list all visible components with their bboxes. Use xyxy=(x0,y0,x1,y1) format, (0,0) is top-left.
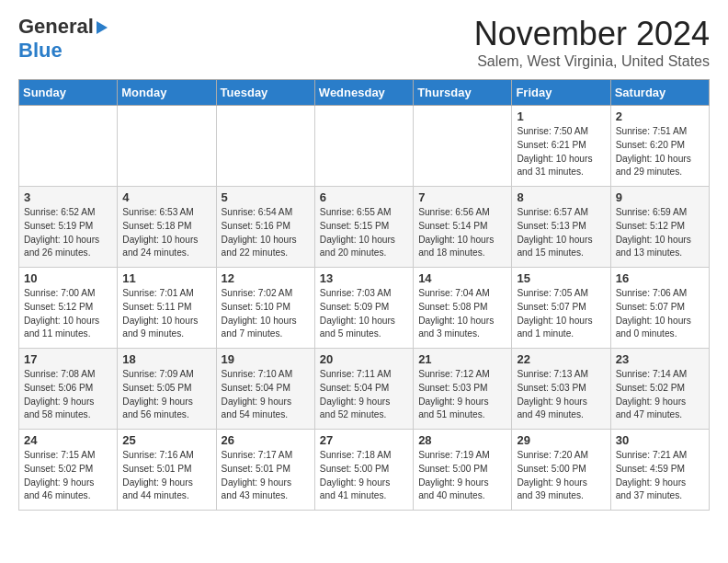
day-cell: 6Sunrise: 6:55 AM Sunset: 5:15 PM Daylig… xyxy=(314,187,413,268)
day-cell: 5Sunrise: 6:54 AM Sunset: 5:16 PM Daylig… xyxy=(216,187,314,268)
day-number: 13 xyxy=(320,271,408,285)
day-cell: 17Sunrise: 7:08 AM Sunset: 5:06 PM Dayli… xyxy=(19,349,118,430)
day-cell: 20Sunrise: 7:11 AM Sunset: 5:04 PM Dayli… xyxy=(314,349,413,430)
day-info: Sunrise: 6:53 AM Sunset: 5:18 PM Dayligh… xyxy=(122,206,210,260)
day-cell: 19Sunrise: 7:10 AM Sunset: 5:04 PM Dayli… xyxy=(216,349,314,430)
day-number: 4 xyxy=(122,190,210,204)
day-number: 21 xyxy=(418,352,506,366)
day-number: 20 xyxy=(320,352,408,366)
day-cell: 28Sunrise: 7:19 AM Sunset: 5:00 PM Dayli… xyxy=(414,430,512,511)
week-row-2: 3Sunrise: 6:52 AM Sunset: 5:19 PM Daylig… xyxy=(19,187,710,268)
day-cell: 1Sunrise: 7:50 AM Sunset: 6:21 PM Daylig… xyxy=(512,106,610,187)
day-info: Sunrise: 7:18 AM Sunset: 5:00 PM Dayligh… xyxy=(320,449,408,503)
day-number: 17 xyxy=(24,352,112,366)
day-info: Sunrise: 7:09 AM Sunset: 5:05 PM Dayligh… xyxy=(122,368,210,422)
day-info: Sunrise: 7:17 AM Sunset: 5:01 PM Dayligh… xyxy=(222,449,310,503)
day-number: 16 xyxy=(616,271,704,285)
calendar-table: SundayMondayTuesdayWednesdayThursdayFrid… xyxy=(18,79,710,511)
day-info: Sunrise: 7:03 AM Sunset: 5:09 PM Dayligh… xyxy=(320,287,408,341)
day-info: Sunrise: 7:13 AM Sunset: 5:03 PM Dayligh… xyxy=(517,368,605,422)
day-number: 5 xyxy=(222,190,310,204)
day-cell: 8Sunrise: 6:57 AM Sunset: 5:13 PM Daylig… xyxy=(512,187,610,268)
header: General Blue November 2024 Salem, West V… xyxy=(18,15,710,70)
weekday-header-tuesday: Tuesday xyxy=(216,80,314,106)
day-number: 25 xyxy=(122,433,210,447)
day-cell: 30Sunrise: 7:21 AM Sunset: 4:59 PM Dayli… xyxy=(610,430,709,511)
day-info: Sunrise: 6:59 AM Sunset: 5:12 PM Dayligh… xyxy=(616,206,704,260)
weekday-header-monday: Monday xyxy=(118,80,216,106)
week-row-1: 1Sunrise: 7:50 AM Sunset: 6:21 PM Daylig… xyxy=(19,106,710,187)
day-cell: 3Sunrise: 6:52 AM Sunset: 5:19 PM Daylig… xyxy=(19,187,118,268)
day-number: 3 xyxy=(24,190,112,204)
day-info: Sunrise: 7:21 AM Sunset: 4:59 PM Dayligh… xyxy=(616,449,704,503)
day-number: 11 xyxy=(122,271,210,285)
day-cell: 29Sunrise: 7:20 AM Sunset: 5:00 PM Dayli… xyxy=(512,430,610,511)
day-info: Sunrise: 7:50 AM Sunset: 6:21 PM Dayligh… xyxy=(517,125,605,179)
day-number: 19 xyxy=(222,352,310,366)
day-number: 15 xyxy=(517,271,605,285)
location-title: Salem, West Virginia, United States xyxy=(474,53,710,70)
week-row-3: 10Sunrise: 7:00 AM Sunset: 5:12 PM Dayli… xyxy=(19,268,710,349)
logo-general: General xyxy=(18,15,94,39)
day-cell: 10Sunrise: 7:00 AM Sunset: 5:12 PM Dayli… xyxy=(19,268,118,349)
day-cell: 16Sunrise: 7:06 AM Sunset: 5:07 PM Dayli… xyxy=(610,268,709,349)
logo-arrow-icon xyxy=(97,21,108,34)
day-number: 23 xyxy=(616,352,704,366)
weekday-header-thursday: Thursday xyxy=(414,80,512,106)
day-info: Sunrise: 7:06 AM Sunset: 5:07 PM Dayligh… xyxy=(616,287,704,341)
day-number: 9 xyxy=(616,190,704,204)
day-info: Sunrise: 7:19 AM Sunset: 5:00 PM Dayligh… xyxy=(418,449,506,503)
day-number: 2 xyxy=(616,109,704,123)
day-cell: 11Sunrise: 7:01 AM Sunset: 5:11 PM Dayli… xyxy=(118,268,216,349)
day-info: Sunrise: 7:01 AM Sunset: 5:11 PM Dayligh… xyxy=(122,287,210,341)
weekday-header-row: SundayMondayTuesdayWednesdayThursdayFrid… xyxy=(19,80,710,106)
day-info: Sunrise: 7:51 AM Sunset: 6:20 PM Dayligh… xyxy=(616,125,704,179)
day-cell: 9Sunrise: 6:59 AM Sunset: 5:12 PM Daylig… xyxy=(610,187,709,268)
day-number: 7 xyxy=(418,190,506,204)
day-number: 14 xyxy=(418,271,506,285)
day-number: 30 xyxy=(616,433,704,447)
day-info: Sunrise: 6:54 AM Sunset: 5:16 PM Dayligh… xyxy=(222,206,310,260)
logo: General Blue xyxy=(18,15,108,63)
page: General Blue November 2024 Salem, West V… xyxy=(0,0,728,525)
day-cell: 21Sunrise: 7:12 AM Sunset: 5:03 PM Dayli… xyxy=(414,349,512,430)
day-info: Sunrise: 7:10 AM Sunset: 5:04 PM Dayligh… xyxy=(222,368,310,422)
day-cell: 27Sunrise: 7:18 AM Sunset: 5:00 PM Dayli… xyxy=(314,430,413,511)
month-title: November 2024 xyxy=(474,15,710,53)
day-info: Sunrise: 6:55 AM Sunset: 5:15 PM Dayligh… xyxy=(320,206,408,260)
day-info: Sunrise: 7:05 AM Sunset: 5:07 PM Dayligh… xyxy=(517,287,605,341)
day-number: 27 xyxy=(320,433,408,447)
week-row-5: 24Sunrise: 7:15 AM Sunset: 5:02 PM Dayli… xyxy=(19,430,710,511)
day-cell: 18Sunrise: 7:09 AM Sunset: 5:05 PM Dayli… xyxy=(118,349,216,430)
day-info: Sunrise: 7:12 AM Sunset: 5:03 PM Dayligh… xyxy=(418,368,506,422)
day-info: Sunrise: 7:20 AM Sunset: 5:00 PM Dayligh… xyxy=(517,449,605,503)
day-cell xyxy=(414,106,512,187)
day-info: Sunrise: 7:15 AM Sunset: 5:02 PM Dayligh… xyxy=(24,449,112,503)
day-cell: 14Sunrise: 7:04 AM Sunset: 5:08 PM Dayli… xyxy=(414,268,512,349)
day-info: Sunrise: 7:02 AM Sunset: 5:10 PM Dayligh… xyxy=(222,287,310,341)
day-cell: 25Sunrise: 7:16 AM Sunset: 5:01 PM Dayli… xyxy=(118,430,216,511)
day-info: Sunrise: 7:04 AM Sunset: 5:08 PM Dayligh… xyxy=(418,287,506,341)
day-cell xyxy=(314,106,413,187)
day-number: 12 xyxy=(222,271,310,285)
day-cell: 26Sunrise: 7:17 AM Sunset: 5:01 PM Dayli… xyxy=(216,430,314,511)
day-info: Sunrise: 7:08 AM Sunset: 5:06 PM Dayligh… xyxy=(24,368,112,422)
day-number: 10 xyxy=(24,271,112,285)
week-row-4: 17Sunrise: 7:08 AM Sunset: 5:06 PM Dayli… xyxy=(19,349,710,430)
day-info: Sunrise: 7:00 AM Sunset: 5:12 PM Dayligh… xyxy=(24,287,112,341)
weekday-header-wednesday: Wednesday xyxy=(314,80,413,106)
day-cell: 23Sunrise: 7:14 AM Sunset: 5:02 PM Dayli… xyxy=(610,349,709,430)
day-cell: 13Sunrise: 7:03 AM Sunset: 5:09 PM Dayli… xyxy=(314,268,413,349)
day-cell: 2Sunrise: 7:51 AM Sunset: 6:20 PM Daylig… xyxy=(610,106,709,187)
day-info: Sunrise: 6:57 AM Sunset: 5:13 PM Dayligh… xyxy=(517,206,605,260)
day-number: 22 xyxy=(517,352,605,366)
day-number: 1 xyxy=(517,109,605,123)
day-number: 8 xyxy=(517,190,605,204)
day-cell xyxy=(118,106,216,187)
day-cell: 15Sunrise: 7:05 AM Sunset: 5:07 PM Dayli… xyxy=(512,268,610,349)
day-cell: 7Sunrise: 6:56 AM Sunset: 5:14 PM Daylig… xyxy=(414,187,512,268)
day-info: Sunrise: 7:14 AM Sunset: 5:02 PM Dayligh… xyxy=(616,368,704,422)
day-info: Sunrise: 6:56 AM Sunset: 5:14 PM Dayligh… xyxy=(418,206,506,260)
day-number: 28 xyxy=(418,433,506,447)
day-number: 29 xyxy=(517,433,605,447)
